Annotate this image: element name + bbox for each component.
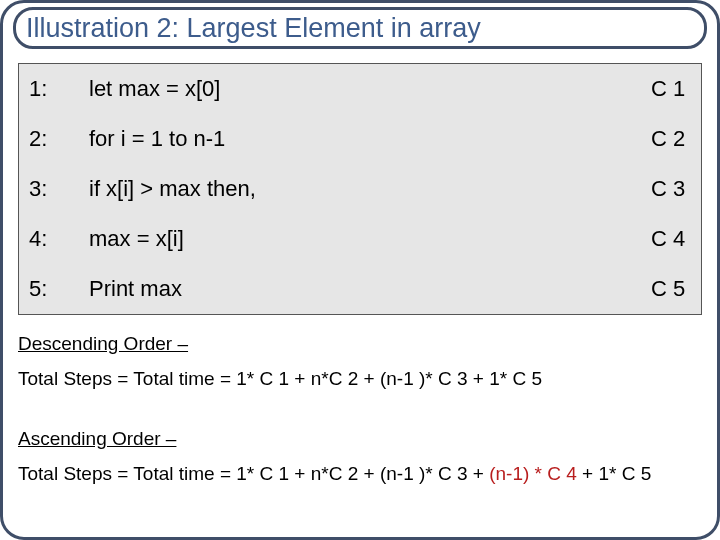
slide-title: Illustration 2: Largest Element in array bbox=[26, 13, 481, 44]
code-text: for i = 1 to n-1 bbox=[79, 114, 641, 164]
line-number: 2: bbox=[19, 114, 79, 164]
ascending-heading: Ascending Order – bbox=[18, 428, 702, 451]
cost-label: C 3 bbox=[641, 164, 701, 214]
code-text: max = x[i] bbox=[79, 214, 641, 264]
cost-label: C 2 bbox=[641, 114, 701, 164]
cost-label: C 4 bbox=[641, 214, 701, 264]
pseudocode-row: 5:Print maxC 5 bbox=[19, 264, 701, 314]
pseudocode-box: 1:let max = x[0]C 12:for i = 1 to n-1C 2… bbox=[18, 63, 702, 315]
code-text: let max = x[0] bbox=[79, 64, 641, 114]
pseudocode-table: 1:let max = x[0]C 12:for i = 1 to n-1C 2… bbox=[19, 64, 701, 314]
slide-frame: Illustration 2: Largest Element in array… bbox=[0, 0, 720, 540]
ascending-eq-highlight: (n-1) * C 4 bbox=[489, 463, 577, 484]
line-number: 5: bbox=[19, 264, 79, 314]
line-number: 4: bbox=[19, 214, 79, 264]
line-number: 1: bbox=[19, 64, 79, 114]
pseudocode-row: 1:let max = x[0]C 1 bbox=[19, 64, 701, 114]
line-number: 3: bbox=[19, 164, 79, 214]
cost-label: C 1 bbox=[641, 64, 701, 114]
ascending-eq-suffix: + 1* C 5 bbox=[577, 463, 651, 484]
ascending-eq-prefix: Total Steps = Total time = 1* C 1 + n*C … bbox=[18, 463, 489, 484]
pseudocode-row: 2:for i = 1 to n-1C 2 bbox=[19, 114, 701, 164]
code-text: if x[i] > max then, bbox=[79, 164, 641, 214]
pseudocode-row: 4:max = x[i]C 4 bbox=[19, 214, 701, 264]
cost-label: C 5 bbox=[641, 264, 701, 314]
ascending-equation: Total Steps = Total time = 1* C 1 + n*C … bbox=[18, 463, 702, 486]
descending-heading: Descending Order – bbox=[18, 333, 702, 356]
descending-equation: Total Steps = Total time = 1* C 1 + n*C … bbox=[18, 368, 702, 391]
code-text: Print max bbox=[79, 264, 641, 314]
title-band: Illustration 2: Largest Element in array bbox=[13, 7, 707, 49]
pseudocode-row: 3:if x[i] > max then,C 3 bbox=[19, 164, 701, 214]
